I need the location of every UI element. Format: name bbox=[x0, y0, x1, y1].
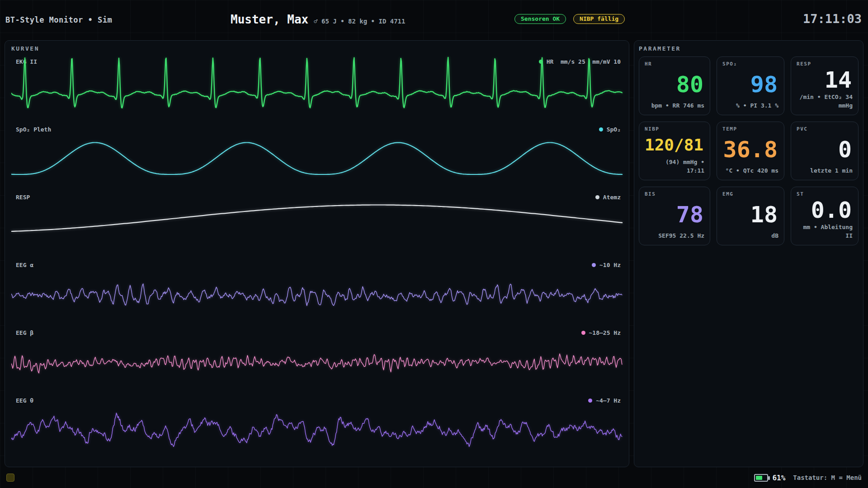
tile-st: ST0.0mm • Ableitung II bbox=[791, 187, 859, 245]
eeg_beta-waveform bbox=[11, 325, 623, 393]
ekg-waveform bbox=[11, 54, 623, 122]
battery-nub bbox=[768, 476, 770, 480]
nibp-due-badge: NIBP fällig bbox=[573, 14, 625, 24]
patient-info: Muster, Max ♂ 65 J • 82 kg • ID 4711 bbox=[231, 13, 405, 26]
top-bar: BT-Style Monitor • Sim Muster, Max ♂ 65 … bbox=[0, 0, 868, 40]
wave-row-eeg_theta: EEG θ~4–7 Hz bbox=[11, 393, 623, 460]
tile-unit-pvc: letzte 1 min bbox=[797, 167, 853, 175]
tile-label-nibp: NIBP bbox=[645, 126, 704, 132]
parameters-panel: PARAMETER HR80bpm • RR 746 msSPO₂98% • P… bbox=[634, 40, 863, 467]
status-indicator-icon bbox=[6, 474, 14, 482]
tile-value-emg: 18 bbox=[722, 197, 778, 232]
tile-label-pvc: PVC bbox=[797, 126, 853, 132]
tile-bis: BIS78SEF95 22.5 Hz bbox=[639, 187, 710, 245]
tile-label-hr: HR bbox=[645, 61, 704, 67]
tile-value-spo2: 98 bbox=[722, 67, 778, 102]
patient-meta: ♂ 65 J • 82 kg • ID 4711 bbox=[314, 18, 405, 25]
battery-fill bbox=[756, 476, 762, 480]
tile-label-temp: TEMP bbox=[722, 126, 778, 132]
tile-label-resp: RESP bbox=[797, 61, 853, 67]
tile-value-temp: 36.8 bbox=[722, 132, 778, 167]
app-title: BT-Style Monitor • Sim bbox=[5, 15, 112, 24]
tile-temp: TEMP36.8°C • QTc 420 ms bbox=[717, 122, 784, 180]
clock: 17:11:03 bbox=[803, 12, 862, 26]
parameters-panel-header: PARAMETER bbox=[639, 45, 859, 52]
tile-label-st: ST bbox=[797, 191, 853, 197]
tile-value-nibp: 120/81 bbox=[645, 132, 704, 158]
tile-label-emg: EMG bbox=[722, 191, 778, 197]
tile-value-hr: 80 bbox=[645, 67, 704, 102]
status-right: 61% Tastatur: M = Menü bbox=[754, 474, 862, 482]
tile-unit-temp: °C • QTc 420 ms bbox=[722, 167, 778, 175]
tile-unit-emg: dB bbox=[722, 232, 778, 240]
pleth-waveform bbox=[11, 122, 623, 189]
waves-body: EKG IIHR mm/s 25 mm/mV 10SpO₂ PlethSpO₂R… bbox=[11, 54, 623, 460]
tile-value-pvc: 0 bbox=[797, 132, 853, 167]
patient-name: Muster, Max bbox=[231, 13, 308, 26]
status-badges: Sensoren OK NIBP fällig bbox=[514, 14, 625, 24]
wave-row-eeg_alpha: EEG α~10 Hz bbox=[11, 257, 623, 325]
tile-value-bis: 78 bbox=[645, 197, 704, 232]
parameter-tiles: HR80bpm • RR 746 msSPO₂98% • PI 3.1 %RES… bbox=[639, 56, 859, 245]
tile-value-resp: 14 bbox=[797, 67, 853, 93]
tile-label-spo2: SPO₂ bbox=[722, 61, 778, 67]
keyboard-hint: Tastatur: M = Menü bbox=[793, 474, 862, 481]
sensors-ok-badge: Sensoren OK bbox=[514, 14, 566, 24]
battery-icon bbox=[754, 474, 768, 482]
battery-percent: 61% bbox=[772, 474, 785, 482]
eeg_theta-waveform bbox=[11, 393, 623, 460]
waves-panel-header: KURVEN bbox=[11, 45, 623, 52]
tile-unit-bis: SEF95 22.5 Hz bbox=[645, 232, 704, 240]
tile-spo2: SPO₂98% • PI 3.1 % bbox=[717, 56, 784, 115]
wave-row-resp: RESPAtemz bbox=[11, 189, 623, 257]
tile-resp: RESP14/min • EtCO₂ 34 mmHg bbox=[791, 56, 859, 115]
resp-waveform bbox=[11, 189, 623, 257]
wave-row-eeg_beta: EEG β~18–25 Hz bbox=[11, 325, 623, 393]
tile-nibp: NIBP120/81(94) mmHg • 17:11 bbox=[639, 122, 710, 180]
tile-unit-resp: /min • EtCO₂ 34 mmHg bbox=[797, 93, 853, 110]
tile-label-bis: BIS bbox=[645, 191, 704, 197]
tile-value-st: 0.0 bbox=[797, 197, 853, 223]
tile-unit-hr: bpm • RR 746 ms bbox=[645, 102, 704, 110]
eeg_alpha-waveform bbox=[11, 257, 623, 325]
tile-unit-st: mm • Ableitung II bbox=[797, 223, 853, 240]
wave-row-ekg: EKG IIHR mm/s 25 mm/mV 10 bbox=[11, 54, 623, 122]
tile-hr: HR80bpm • RR 746 ms bbox=[639, 56, 710, 115]
wave-row-pleth: SpO₂ PlethSpO₂ bbox=[11, 122, 623, 189]
monitor-app: BT-Style Monitor • Sim Muster, Max ♂ 65 … bbox=[0, 0, 868, 488]
tile-unit-spo2: % • PI 3.1 % bbox=[722, 102, 778, 110]
tile-unit-nibp: (94) mmHg • 17:11 bbox=[645, 158, 704, 175]
tile-emg: EMG18dB bbox=[717, 187, 784, 245]
tile-pvc: PVC0letzte 1 min bbox=[791, 122, 859, 180]
waves-panel: KURVEN EKG IIHR mm/s 25 mm/mV 10SpO₂ Ple… bbox=[5, 40, 629, 467]
status-bar: 61% Tastatur: M = Menü bbox=[0, 470, 868, 485]
